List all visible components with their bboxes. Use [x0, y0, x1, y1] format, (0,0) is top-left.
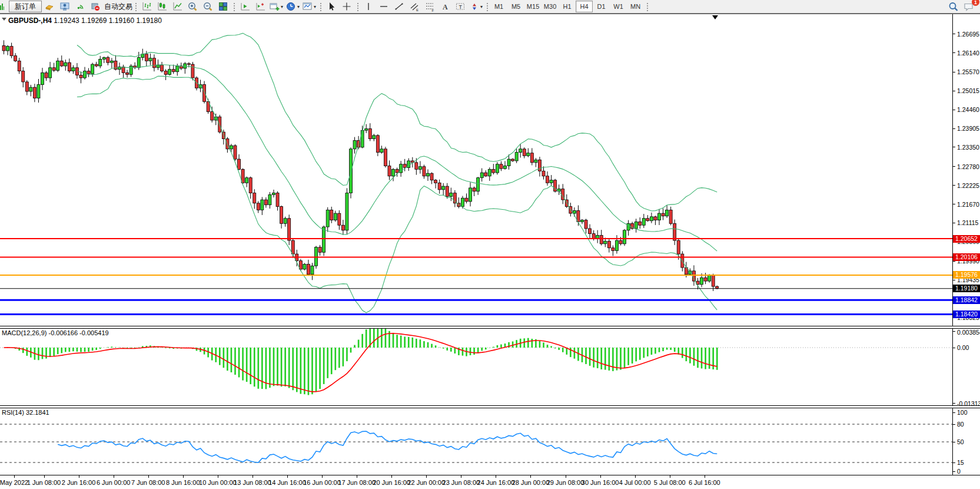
svg-text:A: A — [443, 3, 448, 11]
panel-separator[interactable] — [0, 326, 980, 329]
chart-shift-marker[interactable] — [712, 15, 718, 19]
price-axis-tick — [953, 185, 955, 186]
time-axis-label: 8 Jun 16:00 — [166, 479, 200, 486]
time-axis[interactable]: May 20221 Jun 08:002 Jun 16:006 Jun 00:0… — [0, 475, 980, 489]
rsi-axis-label: 0 — [957, 468, 961, 475]
time-axis-label: 29 Jun 08:00 — [547, 479, 584, 486]
time-axis-label: 14 Jun 16:00 — [268, 479, 306, 486]
time-axis-label: 16 Jun 00:00 — [303, 479, 341, 486]
price-axis-tick — [953, 147, 955, 147]
community-icon[interactable] — [57, 0, 72, 13]
toolbar-gripper[interactable] — [356, 2, 359, 11]
price-line-label: 1.18842 — [953, 296, 980, 304]
trendline-tool-icon[interactable] — [391, 0, 407, 13]
text-label-tool-icon[interactable]: T — [453, 0, 468, 13]
timeframe-button-w1[interactable]: W1 — [610, 1, 627, 12]
time-axis-label: 17 Jun 08:00 — [338, 479, 376, 486]
time-axis-tick — [600, 475, 601, 478]
timeframe-button-h1[interactable]: H1 — [559, 1, 576, 12]
time-axis-label: 2 Jun 16:00 — [62, 479, 96, 486]
price-axis-tick — [953, 223, 955, 223]
timeframe-button-m30[interactable]: M30 — [542, 1, 559, 12]
tile-windows-icon[interactable] — [215, 0, 231, 13]
vertical-line-tool-icon[interactable] — [361, 0, 376, 13]
price-chart-canvas[interactable] — [0, 14, 952, 326]
macd-label: MACD(12,26,9) -0.006166 -0.005419 — [2, 329, 109, 336]
time-axis-label: 22 Jun 00:00 — [407, 479, 445, 486]
timeframe-button-mn[interactable]: MN — [627, 1, 644, 12]
timeframe-button-m1[interactable]: M1 — [490, 1, 507, 12]
price-axis-tick — [953, 110, 955, 110]
autotrading-label[interactable]: 自动交易 — [104, 2, 132, 12]
text-tool-icon[interactable]: A — [437, 0, 453, 13]
rsi-canvas[interactable] — [0, 408, 952, 475]
toolbar-gripper[interactable] — [319, 2, 322, 11]
time-axis-label: 20 Jun 16:00 — [373, 479, 410, 486]
chat-icon[interactable]: 1 — [961, 0, 976, 13]
candlestick-type-icon[interactable] — [154, 0, 170, 13]
timeframe-button-d1[interactable]: D1 — [593, 1, 610, 12]
time-axis-tick — [530, 475, 531, 478]
macd-axis-label: 0.003854 — [957, 329, 980, 336]
time-axis-tick — [426, 475, 427, 478]
time-axis-tick — [461, 475, 461, 478]
toolbar-gripper[interactable] — [232, 2, 235, 11]
time-axis-tick — [44, 475, 45, 478]
time-axis-label: 5 Jul 08:00 — [654, 479, 686, 486]
svg-text:F: F — [432, 9, 434, 12]
crosshair-icon[interactable] — [339, 0, 354, 13]
price-axis-tick — [953, 72, 955, 72]
signals-icon[interactable] — [72, 0, 88, 13]
price-axis-label: 1.21670 — [957, 201, 979, 208]
time-axis-tick — [183, 475, 184, 478]
timeframe-button-m5[interactable]: M5 — [507, 1, 524, 12]
price-axis-label: 1.26695 — [957, 31, 979, 38]
arrows-tool-icon[interactable]: ▾ — [468, 0, 484, 13]
rsi-axis-tick — [953, 442, 955, 442]
rsi-axis[interactable]: 1008050150 — [952, 408, 980, 475]
time-axis-tick — [670, 475, 670, 478]
rsi-axis-label: 15 — [957, 459, 964, 466]
macd-axis-label: 0.00 — [957, 344, 969, 351]
line-chart-type-icon[interactable] — [170, 0, 185, 13]
rsi-axis-label: 50 — [957, 438, 964, 445]
bar-chart-type-icon[interactable] — [139, 0, 154, 13]
timeframe-button-h4[interactable]: H4 — [576, 1, 593, 12]
macd-axis[interactable]: 0.0038540.00-0.013133 — [952, 329, 980, 405]
price-axis-tick — [953, 280, 955, 280]
timeframe-group: M1M5M15M30H1H4D1W1MN — [490, 1, 644, 12]
price-axis-label: 1.24460 — [957, 106, 979, 113]
price-line-label: 1.20652 — [953, 235, 980, 243]
equidistant-channel-tool-icon[interactable]: E — [407, 0, 422, 13]
toolbar-gripper[interactable] — [646, 2, 649, 11]
panel-separator[interactable] — [0, 405, 980, 408]
time-axis-tick — [391, 475, 392, 478]
toolbar-gripper[interactable] — [486, 2, 489, 11]
time-axis-tick — [357, 475, 357, 478]
horizontal-line-tool-icon[interactable] — [376, 0, 391, 13]
macd-canvas[interactable] — [0, 329, 952, 405]
period-clock-icon[interactable]: ▾ — [284, 0, 301, 13]
new-order-button[interactable]: 新订单 — [9, 1, 42, 12]
macd-axis-tick — [953, 331, 955, 332]
fibonacci-tool-icon[interactable]: F — [422, 0, 437, 13]
price-axis-label: 1.25015 — [957, 87, 979, 94]
zoom-out-icon[interactable] — [200, 0, 215, 13]
zoom-in-icon[interactable] — [185, 0, 200, 13]
chart-shift-icon[interactable] — [253, 0, 268, 13]
auto-scroll-icon[interactable] — [237, 0, 253, 13]
price-axis[interactable]: 1.266951.261401.255701.250151.244601.239… — [952, 14, 980, 326]
autotrading-icon[interactable] — [88, 0, 103, 13]
new-chart-icon[interactable]: ▾ — [268, 0, 284, 13]
search-icon[interactable] — [946, 0, 961, 13]
time-axis-tick — [218, 475, 218, 478]
time-axis-label: 24 Jun 16:00 — [477, 479, 515, 486]
one-click-trading-arrow-icon[interactable] — [2, 18, 6, 21]
metaeditor-icon[interactable] — [42, 0, 57, 13]
templates-icon[interactable]: ▾ — [301, 0, 317, 13]
new-order-label: 新订单 — [15, 2, 36, 12]
top-toolbar: 新订单 自动交易 — [0, 0, 980, 14]
toolbar-gripper[interactable] — [134, 2, 137, 11]
cursor-icon[interactable] — [324, 0, 339, 13]
timeframe-button-m15[interactable]: M15 — [524, 1, 542, 12]
